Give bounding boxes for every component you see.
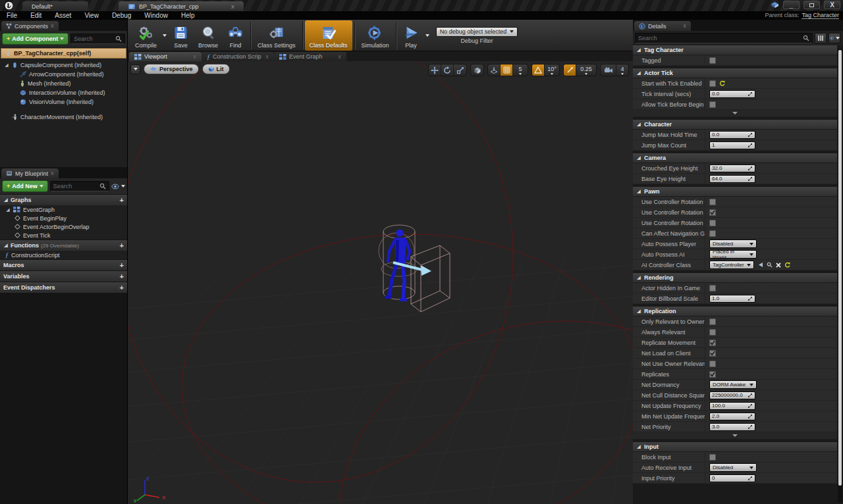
- blueprint-item-row[interactable]: Event ActorBeginOverlap: [0, 222, 127, 231]
- window-tab-blueprint[interactable]: BP_TagCharacter_cpp x: [119, 1, 244, 11]
- blueprint-item-row[interactable]: Event BeginPlay: [0, 214, 127, 222]
- expander-icon[interactable]: ◢: [636, 275, 641, 280]
- grid-snap-value[interactable]: 5: [513, 64, 528, 76]
- number-input[interactable]: 1.0: [709, 295, 755, 303]
- dropdown-select[interactable]: Placed in World: [709, 250, 757, 259]
- surface-snap-button[interactable]: [488, 64, 501, 76]
- expander-icon[interactable]: ◢: [5, 207, 11, 213]
- expand-advanced-button[interactable]: [633, 110, 837, 117]
- number-input[interactable]: 1: [709, 141, 755, 149]
- details-section-header[interactable]: ◢Camera: [633, 153, 837, 163]
- details-view-options-button[interactable]: [829, 33, 840, 43]
- expand-advanced-button[interactable]: [633, 432, 837, 440]
- component-row[interactable]: CharacterMovement (Inherited): [0, 113, 127, 122]
- tab-close-icon[interactable]: x: [265, 54, 269, 60]
- doc-tab-event-graph[interactable]: Event Graphx: [274, 52, 346, 61]
- perspective-button[interactable]: Perspective: [144, 64, 199, 74]
- components-search-input[interactable]: [74, 36, 115, 42]
- checkbox-checked[interactable]: [709, 350, 716, 357]
- window-tab-level[interactable]: Default*: [22, 1, 88, 11]
- parent-class-link[interactable]: Tag Character: [802, 12, 839, 19]
- components-tab[interactable]: Components x: [1, 21, 59, 31]
- chevron-down-icon[interactable]: [425, 34, 429, 37]
- expander-icon[interactable]: ◢: [3, 197, 9, 203]
- checkbox-unchecked[interactable]: [709, 329, 716, 336]
- camera-speed-button[interactable]: [601, 64, 616, 76]
- details-section-header[interactable]: ◢Actor Tick: [633, 68, 837, 78]
- section-functions[interactable]: ◢Functions(29 Overridable)+: [0, 239, 127, 251]
- visibility-eye-icon[interactable]: [111, 184, 125, 189]
- component-row[interactable]: VisionVolume (Inherited): [0, 97, 127, 107]
- details-search[interactable]: [635, 33, 813, 43]
- checkbox-checked[interactable]: [709, 340, 716, 346]
- dropdown-select[interactable]: Disabled: [709, 239, 757, 248]
- number-input[interactable]: 100.0: [709, 402, 755, 410]
- rotation-snap-value[interactable]: 10°: [545, 64, 559, 76]
- add-new-button[interactable]: + Add New: [2, 180, 48, 192]
- my-blueprint-tab-close-icon[interactable]: x: [51, 170, 54, 176]
- component-row[interactable]: InteractionVolume (Inherited): [0, 88, 127, 97]
- expander-icon[interactable]: ◢: [636, 122, 641, 127]
- components-tab-close-icon[interactable]: x: [51, 23, 54, 29]
- expander-icon[interactable]: ◢: [636, 309, 641, 314]
- details-tab-close-icon[interactable]: x: [683, 23, 686, 29]
- add-event-dispatchers-button[interactable]: +: [120, 284, 124, 291]
- add-functions-button[interactable]: +: [120, 242, 124, 249]
- add-variables-button[interactable]: +: [120, 273, 124, 280]
- components-search[interactable]: [70, 34, 125, 44]
- viewport-3d[interactable]: Perspective Lit 5 10° 0.25: [128, 61, 633, 504]
- number-input[interactable]: 0.0: [709, 90, 755, 98]
- blueprint-item-row[interactable]: ◢EventGraph: [0, 205, 127, 214]
- number-input[interactable]: 32.0: [709, 164, 755, 172]
- dropdown-select[interactable]: DORM Awake: [709, 380, 757, 389]
- expander-icon[interactable]: ◢: [4, 63, 9, 68]
- viewport-options-button[interactable]: [130, 64, 140, 74]
- save-button[interactable]: Save: [168, 20, 194, 51]
- expander-icon[interactable]: ◢: [636, 189, 641, 194]
- my-blueprint-tab[interactable]: My Blueprint x: [1, 168, 59, 178]
- number-input[interactable]: 0: [709, 474, 755, 482]
- number-input[interactable]: 225000000.0: [709, 391, 755, 399]
- class-defaults-button[interactable]: Class Defaults: [305, 20, 352, 51]
- scale-snap-value[interactable]: 0.25: [576, 64, 596, 76]
- dropdown-select[interactable]: Disabled: [709, 463, 757, 472]
- section-graphs[interactable]: ◢Graphs+: [0, 194, 127, 205]
- menu-edit[interactable]: Edit: [24, 11, 48, 20]
- class-settings-button[interactable]: Class Settings: [253, 20, 300, 51]
- menu-asset[interactable]: Asset: [48, 11, 78, 20]
- blueprint-item-row[interactable]: ƒConstructionScript: [0, 251, 127, 259]
- details-tab[interactable]: i Details x: [634, 21, 691, 31]
- checkbox-unchecked[interactable]: [709, 318, 716, 325]
- my-blueprint-search-input[interactable]: [53, 183, 99, 189]
- expander-icon[interactable]: ◢: [636, 47, 641, 53]
- menu-file[interactable]: File: [0, 11, 24, 20]
- scale-snap-toggle[interactable]: [564, 64, 576, 76]
- find-button[interactable]: Find: [223, 20, 248, 51]
- expander-icon[interactable]: ◢: [636, 444, 641, 449]
- tab-close-icon[interactable]: x: [338, 54, 341, 60]
- component-row[interactable]: Mesh (Inherited): [0, 79, 127, 88]
- checkbox-unchecked[interactable]: [709, 285, 716, 291]
- expander-icon[interactable]: ◢: [3, 243, 9, 248]
- add-component-button[interactable]: + Add Component: [2, 33, 68, 45]
- checkbox-unchecked[interactable]: [709, 199, 716, 205]
- my-blueprint-search[interactable]: [50, 181, 109, 191]
- debug-object-dropdown[interactable]: No debug object selected: [436, 27, 518, 37]
- checkbox-unchecked[interactable]: [709, 361, 716, 367]
- tab-close-icon[interactable]: x: [193, 54, 196, 60]
- expander-icon[interactable]: ◢: [636, 70, 641, 76]
- scale-tool-button[interactable]: [454, 64, 466, 76]
- minimize-button[interactable]: _: [783, 1, 800, 9]
- component-row[interactable]: ◢CapsuleComponent (Inherited): [0, 61, 127, 70]
- doc-tab-viewport[interactable]: Viewportx: [129, 52, 202, 61]
- expander-icon[interactable]: ◢: [636, 155, 641, 161]
- menu-help[interactable]: Help: [175, 11, 202, 20]
- camera-speed-value[interactable]: 4: [616, 64, 628, 76]
- menu-view[interactable]: View: [78, 11, 105, 20]
- number-input[interactable]: 0.0: [709, 131, 755, 139]
- component-self-row[interactable]: BP_TagCharacter_cpp(self): [1, 48, 126, 59]
- grid-snap-toggle[interactable]: [501, 64, 513, 76]
- number-input[interactable]: 64.0: [709, 175, 755, 183]
- doc-tab-construction-scrip[interactable]: ƒConstruction Scripx: [202, 52, 274, 61]
- section-variables[interactable]: Variables+: [0, 270, 127, 282]
